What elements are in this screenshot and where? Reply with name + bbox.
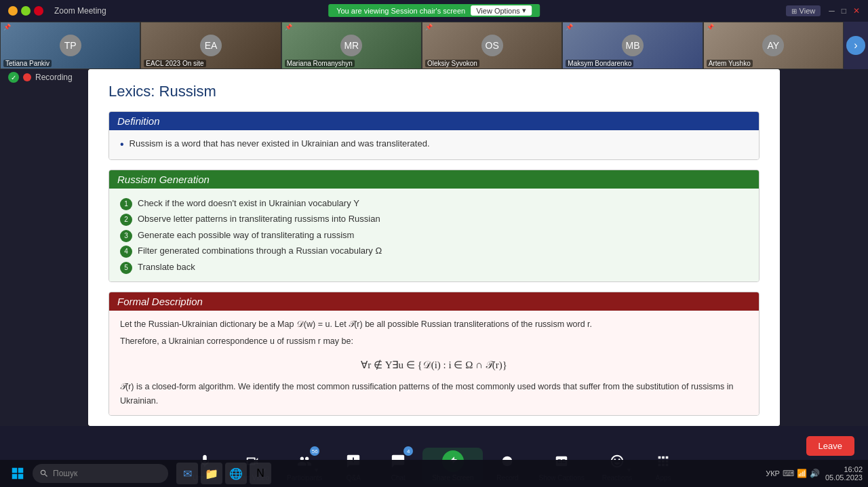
avatar-3: OS (481, 35, 503, 56)
recording-indicator: ✓ Recording (8, 72, 73, 83)
avatar-0: TP (60, 35, 81, 56)
session-banner-text: You are viewing Session chair's screen (336, 7, 465, 15)
participant-thumb-3[interactable]: OS 📌 Oleksiy Syvokon (422, 22, 562, 69)
definition-body: Russism is a word that has never existed… (109, 130, 759, 159)
formal-text1: Let the Russian-Ukrainian dictionary be … (120, 317, 748, 332)
search-bar[interactable]: Пошук (33, 464, 168, 483)
participant-thumb-1[interactable]: EA EACL 2023 On site (140, 22, 281, 69)
strip-nav-next-button[interactable]: › (846, 36, 865, 55)
taskbar: Пошук ✉ 📁 🌐 N УКР ⌨ 📶 🔊 16:02 05.05.2023 (0, 460, 868, 487)
formal-text2: Therefore, a Ukrainian correspondence u … (120, 334, 748, 349)
participant-strip: TP 📌 Tetiana Pankiv EA EACL 2023 On site… (0, 22, 868, 69)
minimize-button[interactable] (8, 6, 18, 16)
generation-box: Russism Generation 1Check if the word do… (108, 170, 760, 282)
pin-icon-4: 📌 (566, 24, 573, 31)
generation-item-2: 3Generate each possible way of translite… (120, 227, 748, 243)
title-bar-title: Zoom Meeting (54, 6, 106, 16)
participant-name-5: Artem Yushko (707, 60, 753, 67)
start-button[interactable] (5, 461, 30, 486)
pin-icon-2: 📌 (285, 24, 292, 31)
definition-text: Russism is a word that has never existed… (120, 137, 748, 153)
participant-thumb-4[interactable]: MB 📌 Maksym Bondarenko (562, 22, 703, 69)
participant-thumb-2[interactable]: MR 📌 Mariana Romanyshyn (281, 22, 422, 69)
recording-check-icon: ✓ (8, 72, 19, 83)
view-options-button[interactable]: View Options ▾ (471, 5, 532, 16)
participant-name-3: Oleksiy Syvokon (425, 60, 479, 67)
avatar-5: AY (762, 35, 784, 56)
left-margin (0, 69, 88, 426)
svg-rect-4 (18, 474, 24, 480)
search-placeholder: Пошук (53, 469, 77, 478)
participant-thumb-5[interactable]: AY 📌 Artem Yushko (703, 22, 844, 69)
avatar-2: MR (340, 35, 362, 56)
participant-name-2: Mariana Romanyshyn (285, 60, 355, 67)
svg-rect-3 (12, 474, 18, 480)
slide-content: Lexics: Russism Definition Russism is a … (88, 69, 780, 426)
generation-body: 1Check if the word doesn't exist in Ukra… (109, 189, 759, 281)
clock-time: 16:02 (825, 465, 863, 473)
strip-nav-next[interactable]: › (844, 22, 868, 69)
language-indicator: УКР (766, 469, 780, 478)
formal-box: Formal Description Let the Russian-Ukrai… (108, 292, 760, 416)
clock-date: 05.05.2023 (825, 473, 863, 482)
recording-dot-icon (23, 73, 31, 81)
participant-name-0: Tetiana Pankiv (3, 60, 52, 67)
formal-body: Let the Russian-Ukrainian dictionary be … (109, 311, 759, 416)
right-margin (780, 69, 868, 426)
taskbar-system-tray: УКР ⌨ 📶 🔊 (766, 469, 820, 478)
participant-thumb-0[interactable]: TP 📌 Tetiana Pankiv (0, 22, 140, 69)
taskbar-icon-explorer[interactable]: 📁 (201, 463, 222, 484)
recording-text: Recording (35, 73, 73, 82)
session-banner: You are viewing Session chair's screen V… (328, 4, 540, 17)
taskbar-icon-browser[interactable]: 🌐 (225, 463, 247, 484)
generation-item-0: 1Check if the word doesn't exist in Ukra… (120, 195, 748, 211)
leave-button[interactable]: Leave (806, 436, 854, 456)
window-close-icon[interactable]: ✕ (853, 6, 860, 16)
participant-name-1: EACL 2023 On site (144, 60, 205, 67)
window-minimize-icon[interactable]: ─ (829, 6, 835, 16)
pin-icon-0: 📌 (3, 24, 11, 31)
pin-icon-3: 📌 (425, 24, 433, 31)
generation-item-1: 2Observe letter patterns in transliterat… (120, 211, 748, 227)
title-bar: Zoom Meeting You are viewing Session cha… (0, 0, 868, 22)
taskbar-icon-notepad[interactable]: N (250, 463, 271, 484)
svg-rect-1 (12, 468, 18, 473)
keyboard-icon: ⌨ (783, 469, 794, 478)
slide-title: Lexics: Russism (108, 83, 760, 100)
view-button[interactable]: ⊞ View (786, 5, 821, 16)
speaker-icon: 🔊 (810, 469, 820, 478)
formal-text3: 𝒯(r) is a closed-form algorithm. We iden… (120, 380, 748, 409)
definition-box: Definition Russism is a word that has ne… (108, 111, 760, 160)
participant-name-4: Maksym Bondarenko (566, 60, 633, 67)
title-bar-right: ⊞ View ─ □ ✕ (786, 5, 860, 16)
generation-item-4: 5Translate back (120, 259, 748, 275)
close-button[interactable] (34, 6, 43, 16)
slide-container: Lexics: Russism Definition Russism is a … (88, 69, 780, 426)
formal-header: Formal Description (109, 292, 759, 311)
generation-item-3: 4Filter generated combinations through a… (120, 243, 748, 258)
taskbar-icon-mail[interactable]: ✉ (176, 463, 198, 484)
taskbar-clock: 16:02 05.05.2023 (825, 465, 863, 482)
title-bar-left: Zoom Meeting (8, 6, 106, 16)
maximize-button[interactable] (21, 6, 31, 16)
pin-icon-5: 📌 (707, 24, 714, 31)
window-maximize-icon[interactable]: □ (842, 6, 846, 16)
svg-rect-2 (18, 468, 24, 473)
definition-header: Definition (109, 112, 759, 130)
avatar-4: MB (622, 35, 644, 56)
title-bar-icons: ─ □ ✕ (829, 6, 860, 16)
avatar-1: EA (200, 35, 222, 56)
network-icon: 📶 (797, 469, 807, 478)
formal-formula: ∀r ∉ Υ∃u ∈ {𝒟(i) : i ∈ Ω ∩ 𝒯(r)} (120, 351, 748, 380)
generation-header: Russism Generation (109, 170, 759, 189)
